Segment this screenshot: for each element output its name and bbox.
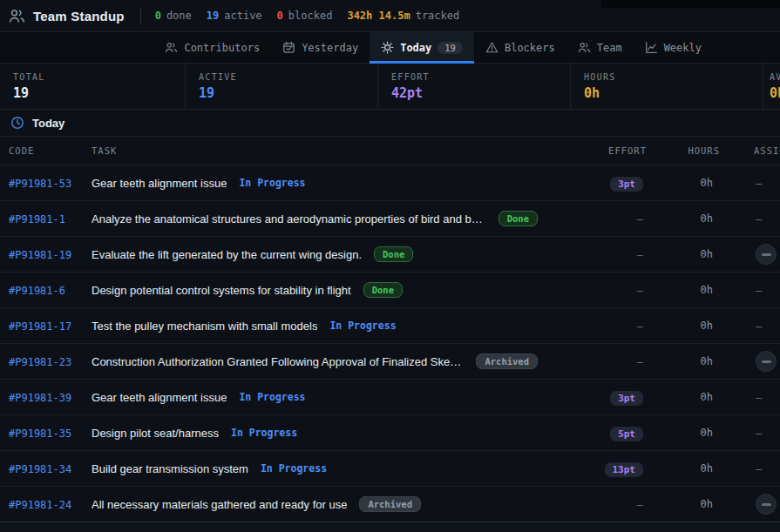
stat-label: done (166, 10, 192, 22)
assignee-cell (720, 244, 780, 265)
header-divider (140, 7, 141, 24)
summary-label: ACTIVE (199, 72, 377, 82)
status-badge: Done (499, 211, 538, 226)
column-header-code: CODE (0, 145, 92, 156)
task-code-link[interactable]: #P91981-23 (9, 356, 71, 368)
task-code-link[interactable]: #P91981-34 (9, 463, 71, 475)
effort-cell: 13pt (545, 461, 647, 477)
table-row[interactable]: #P91981-1 Analyze the anatomical structu… (0, 201, 780, 237)
status-badge: In Progress (239, 177, 305, 189)
assignee-cell: – (720, 389, 780, 405)
table-row[interactable]: #P91981-23 Construction Authorization Gr… (0, 344, 780, 380)
empty-effort: – (637, 356, 643, 368)
task-code-link[interactable]: #P91981-17 (9, 320, 71, 333)
summary-value: 42pt (391, 85, 570, 101)
empty-effort: – (637, 499, 643, 511)
hours-cell: 0h (647, 498, 720, 510)
table-row[interactable]: #P91981-53 Gear teeth alignment issue In… (0, 165, 780, 201)
status-badge: In Progress (329, 320, 396, 332)
task-title: Design pilot seat/harness (92, 427, 219, 440)
table-row[interactable]: #P91981-6 Design potential control syste… (0, 273, 780, 308)
task-code-link[interactable]: #P91981-24 (9, 499, 71, 511)
empty-effort: – (637, 320, 643, 333)
hours-cell: 0h (647, 355, 720, 367)
tab-weekly[interactable]: Weekly (634, 32, 713, 63)
task-code-link[interactable]: #P91981-53 (9, 178, 71, 190)
task-code-link[interactable]: #P91981-35 (9, 428, 71, 440)
empty-assignee: – (756, 392, 762, 404)
task-title: Gear teeth alignment issue (92, 177, 227, 190)
hours-cell: 0h (647, 248, 720, 260)
stat-label: tracked (416, 10, 460, 22)
status-badge: Done (363, 282, 403, 298)
warning-icon (485, 41, 499, 54)
empty-assignee: – (756, 463, 762, 475)
assignee-avatar (756, 244, 777, 265)
column-header-effort: EFFORT (545, 145, 647, 156)
tab-label: Blockers (505, 42, 555, 54)
task-title: Construction Authorization Granted Follo… (92, 355, 464, 368)
app-title: Team Standup (33, 9, 125, 24)
empty-assignee: – (756, 320, 762, 333)
tab-blockers[interactable]: Blockers (474, 32, 566, 63)
table-row[interactable]: #P91981-35 Design pilot seat/harness In … (0, 415, 780, 451)
bottom-strip (0, 522, 780, 531)
tab-today[interactable]: Today 19 (370, 32, 474, 63)
effort-cell: 3pt (545, 175, 647, 192)
tab-team[interactable]: Team (566, 32, 634, 63)
column-header-hours: HOURS (647, 145, 720, 156)
table-row[interactable]: #P91981-34 Build gear transmission syste… (0, 451, 780, 487)
stat-value: 0 (277, 10, 283, 22)
tab-bar: Contributors Yesterday Today 19 Blockers… (0, 32, 780, 64)
assignee-cell (720, 494, 780, 515)
people-icon (578, 41, 591, 54)
status-badge: Archived (476, 354, 538, 369)
hours-cell: 0h (647, 462, 720, 475)
summary-label: HOURS (584, 72, 763, 82)
summary-label: EFFORT (391, 72, 570, 82)
task-title: Analyze the anatomical structures and ae… (92, 212, 486, 226)
task-title: Design potential control systems for sta… (92, 284, 351, 297)
effort-badge: 13pt (605, 462, 644, 477)
tab-label: Today (400, 42, 431, 54)
task-title: Evaluate the lift generated by the curre… (92, 248, 362, 261)
status-badge: In Progress (261, 462, 327, 475)
empty-effort: – (637, 249, 643, 261)
status-badge: Archived (359, 496, 421, 512)
task-code-link[interactable]: #P91981-19 (9, 249, 71, 261)
avatar-mark (762, 360, 771, 363)
task-code-link[interactable]: #P91981-39 (9, 392, 71, 404)
assignee-cell: – (720, 425, 780, 441)
tab-count-badge: 19 (437, 42, 463, 54)
effort-badge: 5pt (610, 427, 643, 441)
hours-cell: 0h (647, 177, 720, 189)
hours-cell: 0h (647, 427, 720, 439)
section-header: Today (0, 110, 780, 137)
table-row[interactable]: #P91981-17 Test the pulley mechanism wit… (0, 308, 780, 344)
stat-value: 19 (207, 10, 219, 22)
table-row[interactable]: #P91981-39 Gear teeth alignment issue In… (0, 380, 780, 415)
assignee-cell: – (720, 318, 780, 333)
task-code-link[interactable]: #P91981-6 (9, 285, 65, 297)
summary-value: 19 (13, 85, 185, 101)
table-row[interactable]: #P91981-24 All necessary materials gathe… (0, 487, 780, 522)
tab-label: Weekly (664, 42, 702, 54)
task-code-link[interactable]: #P91981-1 (9, 213, 65, 226)
summary-avg: AVG 0h (763, 64, 780, 109)
effort-cell: – (545, 211, 647, 226)
hours-cell: 0h (647, 284, 720, 296)
tab-contributors[interactable]: Contributors (153, 32, 271, 63)
summary-label: AVG (770, 72, 780, 82)
hours-cell: 0h (647, 391, 720, 403)
header-stat: 342h 14.5m tracked (347, 10, 459, 22)
stat-value: 0 (155, 10, 161, 22)
header-stat: 0 done (155, 10, 192, 22)
header-stat: 19 active (207, 10, 262, 22)
stat-label: active (224, 10, 261, 22)
empty-assignee: – (756, 428, 762, 440)
tab-yesterday[interactable]: Yesterday (271, 32, 370, 63)
stat-label: blocked (288, 10, 333, 22)
summary-label: TOTAL (13, 72, 185, 82)
table-row[interactable]: #P91981-19 Evaluate the lift generated b… (0, 237, 780, 273)
brand: Team Standup (9, 8, 125, 24)
